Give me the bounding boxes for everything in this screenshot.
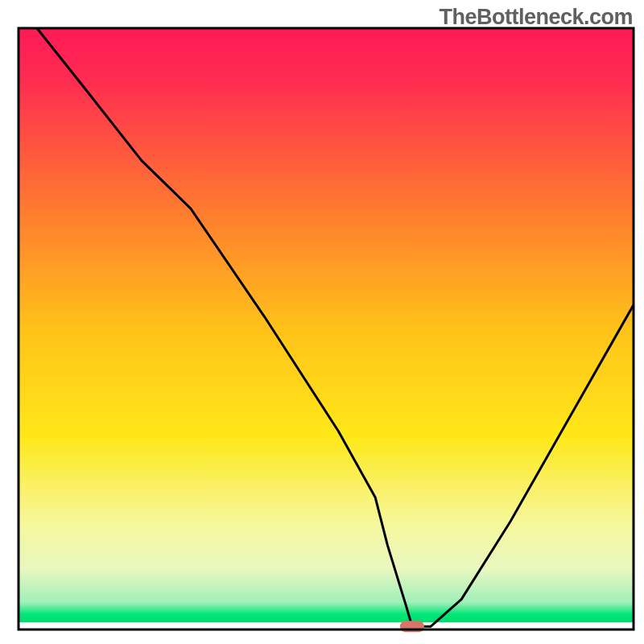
bottleneck-chart: TheBottleneck.com: [0, 0, 644, 644]
watermark-text: TheBottleneck.com: [439, 5, 633, 30]
chart-canvas: [0, 0, 644, 644]
gradient-background: [19, 28, 634, 630]
